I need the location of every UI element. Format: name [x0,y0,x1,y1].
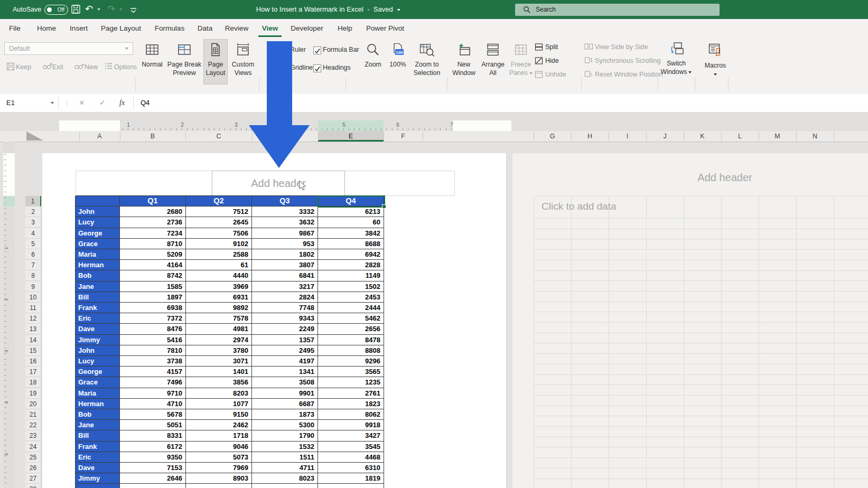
autosave-toggle[interactable]: Off [44,5,68,15]
column-header-e[interactable]: E [318,131,384,142]
value-cell[interactable]: 9296 [318,356,384,367]
table-header-q3[interactable]: Q3 [252,196,318,207]
value-cell[interactable]: 9892 [186,303,252,313]
value-cell[interactable]: 8710 [120,239,186,249]
sheet-view-button-new[interactable]: New [85,63,98,71]
sheet-view-button-options[interactable]: Options [114,63,137,71]
value-cell[interactable]: 4981 [186,324,252,334]
window-button-split[interactable]: Split [545,43,558,51]
fx-icon[interactable]: fx [119,94,125,111]
row-name-cell[interactable] [76,484,120,488]
value-cell[interactable]: 5209 [120,249,186,260]
row-header-13[interactable]: 13 [25,324,41,334]
window-button-hide[interactable]: Hide [545,57,559,64]
tab-view[interactable]: View [262,19,278,37]
row-name-cell[interactable]: Jimmy [76,335,120,345]
value-cell[interactable]: 5073 [186,452,252,463]
column-header-l[interactable]: L [721,131,759,142]
value-cell[interactable]: 1235 [318,377,384,388]
value-cell[interactable]: 6310 [318,463,384,473]
value-cell[interactable]: 7234 [120,228,186,239]
checkbox-ruler[interactable] [281,46,288,54]
value-cell[interactable]: 8478 [318,335,384,345]
row-header-7[interactable]: 7 [25,260,41,270]
zoom-button-100[interactable]: 100100% [387,40,409,84]
row-header-4[interactable]: 4 [25,228,41,239]
save-icon[interactable] [71,5,80,16]
value-cell[interactable]: 2588 [186,249,252,260]
sheet-view-button-exit[interactable]: Exit [52,63,63,71]
value-cell[interactable]: 2761 [318,388,384,399]
row-name-cell[interactable]: Eric [76,313,120,324]
value-cell[interactable]: 7153 [120,463,186,473]
row-name-cell[interactable]: Jimmy [76,473,120,484]
value-cell[interactable]: 1802 [252,249,318,260]
value-cell[interactable]: 3071 [186,356,252,367]
value-cell[interactable]: 3217 [252,281,318,292]
window-button-switch-windows[interactable]: Switch Windows [660,40,692,84]
value-cell[interactable]: 2828 [318,260,384,270]
value-cell[interactable]: 6931 [186,292,252,303]
tab-help[interactable]: Help [338,19,352,37]
value-cell[interactable]: 8331 [120,430,186,441]
tab-review[interactable]: Review [225,19,248,37]
value-cell[interactable]: 2824 [252,292,318,303]
value-cell[interactable]: 4157 [120,367,186,377]
row-header-20[interactable]: 20 [25,399,41,409]
view-button-normal[interactable]: Normal [139,40,165,84]
formula-bar-dots-icon[interactable]: ⋮ [63,94,71,111]
value-cell[interactable]: 5678 [120,409,186,420]
value-cell[interactable]: 9150 [186,409,252,420]
value-cell[interactable]: 3427 [318,430,384,441]
tab-data[interactable]: Data [198,19,213,37]
value-cell[interactable]: 3545 [318,442,384,452]
checkbox-headings[interactable] [313,64,321,72]
value-cell[interactable]: 60 [318,217,384,228]
tab-power-pivot[interactable]: Power Pivot [366,19,404,37]
value-cell[interactable]: 1077 [186,399,252,409]
macros-button[interactable]: Macros [701,40,730,84]
row-name-cell[interactable]: Dave [76,463,120,473]
row-name-cell[interactable]: Frank [76,442,120,452]
value-cell[interactable] [120,484,186,488]
value-cell[interactable]: 6687 [252,399,318,409]
row-name-cell[interactable]: Bob [76,270,120,281]
value-cell[interactable]: 2646 [120,473,186,484]
row-header-2[interactable]: 2 [25,207,41,217]
value-cell[interactable]: 3842 [318,228,384,239]
value-cell[interactable]: 7512 [186,207,252,217]
row-header-25[interactable]: 25 [25,452,41,463]
column-header-m[interactable]: M [759,131,796,142]
right-add-header[interactable]: Add header [697,172,752,184]
value-cell[interactable]: 9710 [120,388,186,399]
row-name-cell[interactable]: Dave [76,324,120,334]
tab-insert[interactable]: Insert [70,19,88,37]
row-name-cell[interactable]: Bob [76,409,120,420]
value-cell[interactable]: 8808 [318,345,384,356]
row-header-3[interactable]: 3 [25,217,41,228]
value-cell[interactable]: 7372 [120,313,186,324]
value-cell[interactable]: 2453 [318,292,384,303]
row-name-cell[interactable]: Grace [76,239,120,249]
value-cell[interactable]: 6942 [318,249,384,260]
click-to-add-data[interactable]: Click to add data [542,201,617,212]
value-cell[interactable]: 8903 [186,473,252,484]
column-header-i[interactable]: I [609,131,646,142]
fill-handle[interactable] [382,204,386,209]
value-cell[interactable]: 3565 [318,367,384,377]
undo-icon[interactable]: ↶ [85,0,93,18]
value-cell[interactable]: 9901 [252,388,318,399]
value-cell[interactable]: 7578 [186,313,252,324]
value-cell[interactable]: 2495 [252,345,318,356]
value-cell[interactable]: 2462 [186,420,252,430]
value-cell[interactable]: 61 [186,260,252,270]
column-header-d[interactable]: D [252,131,318,142]
value-cell[interactable]: 9867 [252,228,318,239]
column-header-f[interactable]: F [384,131,423,142]
value-cell[interactable]: 1897 [120,292,186,303]
value-cell[interactable]: 1149 [318,270,384,281]
row-header-15[interactable]: 15 [25,345,41,356]
row-header-22[interactable]: 22 [25,420,41,430]
add-header-box[interactable]: Add header [212,171,345,196]
row-header-10[interactable]: 10 [25,292,41,303]
